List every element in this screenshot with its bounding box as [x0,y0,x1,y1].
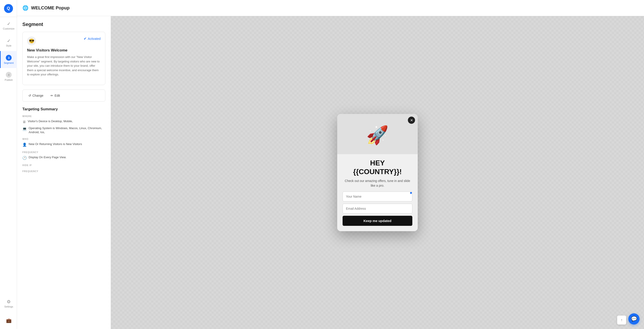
targeting-device-item: 🖥 Visitor's Device is Desktop, Mobile, [22,119,105,124]
hide-if-label: Hide if [22,164,105,167]
edit-button[interactable]: ✏ Edit [48,92,62,99]
required-dot [410,192,412,194]
where-label: WHERE [22,115,105,118]
popup-image-area: 🚀 [337,114,418,154]
targeting-summary-title: Targeting Summary [22,107,105,111]
targeting-visitor-item: 👤 New Or Returning Visitors is New Visit… [22,142,105,147]
preview-area: ✕ 🚀 HEY {{COUNTRY}}! Check out our amazi… [111,16,644,329]
popup-subtext: Check out our amazing offers, tune in an… [342,179,412,188]
subscribe-button[interactable]: Keep me updated [342,216,412,226]
globe-icon: 🌐 [22,5,28,11]
page-title: WELCOME Popup [31,5,70,11]
check-icon: ✓ [7,21,11,27]
name-input[interactable] [342,192,412,201]
sidebar-logo: Q [0,0,17,17]
left-panel: Segment 😎 ✔ Activated New Visitors Welco… [17,16,111,329]
clock-icon: 🕐 [22,156,27,160]
hide-frequency-label: FREQUENCY [22,170,105,173]
rocket-icon: 🚀 [366,125,389,146]
sidebar-bottom: ⚙ Settings 💼 [0,295,17,329]
person-icon: 👤 [22,142,27,147]
app-logo: Q [4,4,13,13]
sidebar-item-publish[interactable]: 4 Publish [0,68,17,85]
email-input[interactable] [342,204,412,213]
laptop-icon: 💻 [22,126,27,131]
check-icon-2: ✓ [7,38,11,44]
sidebar-item-help[interactable]: 💼 [0,312,17,329]
sidebar-item-segment[interactable]: 3 Segment [0,51,17,68]
chat-button[interactable]: 💬 [628,313,640,324]
topbar: 🌐 WELCOME Popup [17,0,644,16]
sidebar: Q ✓ Customize ✓ Style 3 Segment 4 Publis… [0,0,17,329]
segment-description: Make a great first impression with our "… [27,55,100,77]
edit-icon: ✏ [50,94,53,97]
action-buttons-row: ↺ Change ✏ Edit [22,90,105,102]
main-container: Segment 😎 ✔ Activated New Visitors Welco… [17,16,644,329]
segment-card: 😎 ✔ Activated New Visitors Welcome Make … [22,32,105,85]
scroll-up-button[interactable]: ↑ [617,315,626,324]
chevron-up-icon: ↑ [621,318,622,322]
popup-modal: ✕ 🚀 HEY {{COUNTRY}}! Check out our amazi… [337,114,418,231]
panel-title: Segment [22,22,105,27]
step-4-number: 4 [6,72,12,78]
popup-heading: HEY {{COUNTRY}}! [342,159,412,176]
frequency-label: FREQUENCY [22,151,105,154]
gear-icon: ⚙ [7,299,11,304]
sidebar-item-settings[interactable]: ⚙ Settings [0,295,17,312]
activated-check-icon: ✔ [84,37,86,41]
targeting-os-item: 💻 Operating System is Windows, Macos, Li… [22,126,105,134]
step-number: 3 [6,55,12,61]
change-icon: ↺ [28,94,31,97]
briefcase-icon: 💼 [6,318,12,323]
desktop-icon: 🖥 [22,120,26,124]
segment-card-header: 😎 ✔ Activated [27,37,100,46]
popup-content: HEY {{COUNTRY}}! Check out our amazing o… [337,154,418,231]
segment-emoji-icon: 😎 [27,37,36,46]
sidebar-item-style[interactable]: ✓ Style [0,34,17,51]
activated-badge: ✔ Activated [84,37,100,41]
targeting-frequency-item: 🕐 Display On Every Page View. [22,155,105,160]
who-label: WHO [22,138,105,140]
chat-icon: 💬 [631,316,637,322]
sidebar-item-customize[interactable]: ✓ Customize [0,17,17,34]
popup-close-button[interactable]: ✕ [408,117,415,124]
segment-name: New Visitors Welcome [27,48,100,53]
change-button[interactable]: ↺ Change [26,92,46,99]
name-input-wrapper [342,192,412,204]
